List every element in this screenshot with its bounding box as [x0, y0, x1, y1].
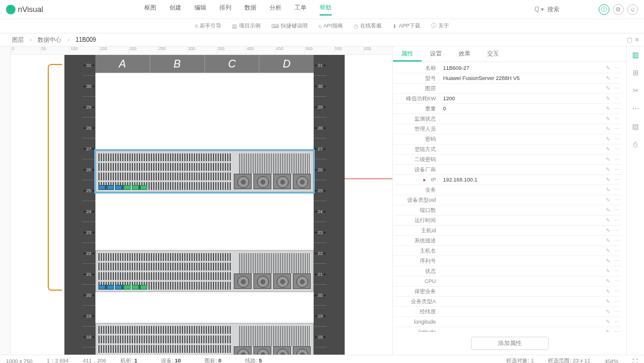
submenu-0[interactable]: ⎘ 新手引导	[195, 22, 221, 30]
more-icon[interactable]: ⋯	[614, 96, 620, 101]
more-icon[interactable]: ⋯	[614, 217, 620, 223]
tab-2[interactable]: 效果	[450, 47, 479, 61]
property-value[interactable]: 0	[441, 106, 606, 112]
fullscreen-icon[interactable]: ⛶	[633, 358, 638, 364]
more-icon[interactable]: ⋯	[614, 288, 620, 294]
edit-icon[interactable]: ✎	[606, 278, 612, 284]
rack[interactable]: 313029282726252423222120191817 313029282…	[64, 55, 345, 355]
edit-icon[interactable]: ✎	[606, 65, 612, 71]
more-icon[interactable]: ⋯	[614, 309, 620, 315]
submenu-2[interactable]: ⌨ 快捷键说明	[271, 22, 308, 30]
toolbar-icon-2[interactable]: ✂	[631, 86, 640, 96]
edit-icon[interactable]: ✎	[606, 96, 612, 101]
more-icon[interactable]: ⋯	[614, 177, 620, 183]
edit-icon[interactable]: ✎	[606, 319, 612, 325]
edit-icon[interactable]: ✎	[606, 146, 612, 152]
crumb-datacenter[interactable]: 数据中心	[38, 36, 61, 44]
server-device[interactable]	[95, 323, 314, 355]
user-icon[interactable]: ☺	[627, 4, 638, 15]
edit-icon[interactable]: ✎	[606, 238, 612, 244]
submenu-1[interactable]: ▤ 项目示例	[232, 22, 261, 30]
edit-icon[interactable]: ✎	[606, 217, 612, 223]
edit-icon[interactable]: ✎	[606, 207, 612, 213]
edit-icon[interactable]: ✎	[606, 299, 612, 304]
edit-icon[interactable]: ✎	[606, 227, 612, 233]
more-icon[interactable]: ⋯	[614, 278, 620, 284]
server-device-selected[interactable]	[95, 150, 314, 192]
property-value[interactable]: 11B609-27	[441, 65, 606, 71]
close-icon[interactable]: ✕	[634, 36, 639, 43]
edit-icon[interactable]: ✎	[606, 106, 612, 112]
toolbar-icon-5[interactable]: ⎙	[631, 140, 640, 149]
toolbar-icon-1[interactable]: ⊞	[631, 68, 640, 78]
more-icon[interactable]: ⋯	[614, 299, 620, 304]
submenu-3[interactable]: ⎋ API指南	[318, 22, 343, 30]
property-value[interactable]: Huawei FusionServer 2288H V5	[441, 75, 606, 81]
menu-0[interactable]: 枢图	[144, 4, 156, 16]
edit-icon[interactable]: ✎	[606, 258, 612, 264]
edit-icon[interactable]: ✎	[606, 248, 612, 254]
more-icon[interactable]: ⋯	[614, 75, 620, 81]
property-value[interactable]: 192.168.100.1	[441, 177, 606, 183]
more-icon[interactable]: ⋯	[614, 85, 620, 91]
edit-icon[interactable]: ✎	[606, 268, 612, 274]
submenu-5[interactable]: ⬇ APP下载	[392, 22, 420, 30]
tab-3[interactable]: 交互	[479, 47, 507, 61]
more-icon[interactable]: ⋯	[614, 329, 620, 332]
submenu-6[interactable]: ⓘ 关于	[431, 22, 449, 30]
tab-0[interactable]: 属性	[393, 47, 422, 61]
more-icon[interactable]: ⋯	[614, 156, 620, 162]
submenu-4[interactable]: ◷ 在线客服	[354, 22, 382, 30]
search-input[interactable]	[547, 6, 595, 13]
more-icon[interactable]: ⋯	[614, 126, 620, 132]
menu-5[interactable]: 分析	[270, 4, 281, 16]
toolbar-icon-3[interactable]: ⋯	[631, 104, 640, 113]
more-icon[interactable]: ⋯	[614, 207, 620, 213]
more-icon[interactable]: ⋯	[614, 146, 620, 152]
menu-4[interactable]: 数据	[244, 4, 256, 16]
edit-icon[interactable]: ✎	[606, 329, 612, 332]
more-icon[interactable]: ⋯	[614, 116, 620, 122]
more-icon[interactable]: ⋯	[614, 268, 620, 274]
add-property-button[interactable]: 添加属性	[471, 337, 549, 350]
toolbar-icon-0[interactable]: ▥	[631, 50, 640, 60]
more-icon[interactable]: ⋯	[614, 258, 620, 264]
more-icon[interactable]: ⋯	[614, 197, 620, 203]
search-box[interactable]: Q ▾	[534, 6, 595, 13]
server-device[interactable]	[95, 250, 314, 292]
edit-icon[interactable]: ✎	[606, 126, 612, 132]
more-icon[interactable]: ⋯	[614, 106, 620, 112]
more-icon[interactable]: ⋯	[614, 227, 620, 233]
crumb-root[interactable]: 图层	[12, 36, 24, 44]
info-icon[interactable]: ⓘ	[599, 4, 609, 15]
edit-icon[interactable]: ✎	[606, 85, 612, 91]
menu-7[interactable]: 帮助	[320, 4, 332, 16]
edit-icon[interactable]: ✎	[606, 116, 612, 122]
toolbar-icon-4[interactable]: ▤	[631, 122, 640, 131]
edit-icon[interactable]: ✎	[606, 177, 612, 183]
more-icon[interactable]: ⋯	[614, 167, 620, 173]
edit-icon[interactable]: ✎	[606, 187, 612, 193]
tab-1[interactable]: 设置	[422, 47, 450, 61]
edit-icon[interactable]: ✎	[606, 288, 612, 294]
menu-3[interactable]: 排列	[219, 4, 231, 16]
menu-6[interactable]: 工单	[295, 4, 306, 16]
minimize-icon[interactable]: ▢	[627, 36, 632, 43]
more-icon[interactable]: ⋯	[614, 319, 620, 325]
more-icon[interactable]: ⋯	[614, 187, 620, 193]
property-value[interactable]: 1200	[441, 96, 606, 101]
menu-1[interactable]: 创建	[169, 4, 181, 16]
more-icon[interactable]: ⋯	[614, 65, 620, 71]
more-icon[interactable]: ⋯	[614, 136, 620, 142]
menu-2[interactable]: 编辑	[194, 4, 206, 16]
settings-icon[interactable]: ⚙	[613, 4, 624, 15]
edit-icon[interactable]: ✎	[606, 309, 612, 315]
edit-icon[interactable]: ✎	[606, 167, 612, 173]
more-icon[interactable]: ⋯	[614, 238, 620, 244]
edit-icon[interactable]: ✎	[606, 136, 612, 142]
more-icon[interactable]: ⋯	[614, 248, 620, 254]
edit-icon[interactable]: ✎	[606, 156, 612, 162]
canvas[interactable]: 050100150200250300350400450500550600 313…	[11, 47, 392, 355]
edit-icon[interactable]: ✎	[606, 197, 612, 203]
edit-icon[interactable]: ✎	[606, 75, 612, 81]
